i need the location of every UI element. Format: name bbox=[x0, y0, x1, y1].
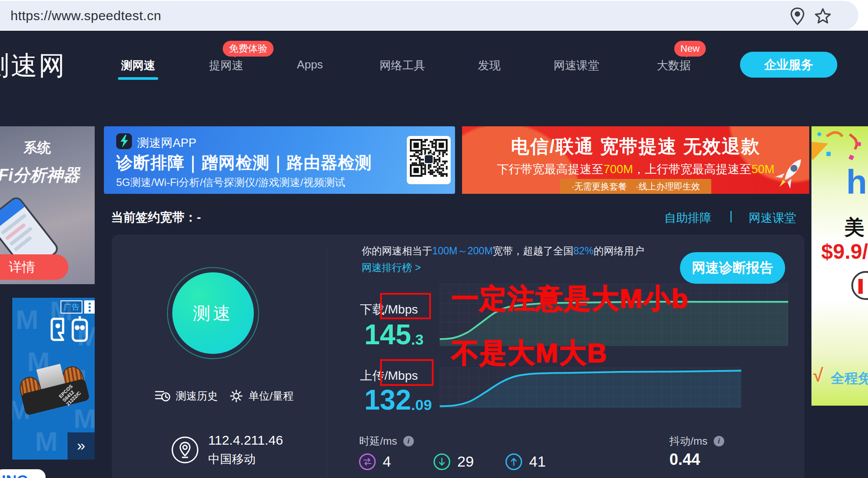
down-arrow-icon bbox=[434, 453, 450, 470]
annotation-text-line2: 不是大M大B bbox=[452, 335, 608, 371]
ad-badge-circle bbox=[851, 271, 868, 300]
nav-tab-bigdata[interactable]: 大数据 bbox=[655, 58, 692, 73]
history-icon bbox=[155, 389, 171, 403]
annotation-text-line1: 一定注意是大M小b bbox=[452, 280, 689, 317]
location-permission-icon[interactable] bbox=[788, 7, 807, 29]
speed-ranking-link[interactable]: 网速排行榜 > bbox=[362, 261, 421, 275]
nav-tab-discover[interactable]: 发现 bbox=[477, 58, 502, 73]
annotation-box-upload-unit bbox=[380, 359, 434, 386]
nav-tab-classroom[interactable]: 网速课堂 bbox=[551, 58, 601, 73]
promo-title: 电信/联通 宽带提速 无效退款 bbox=[462, 134, 809, 159]
app-features: 诊断排障｜蹭网检测｜路由器检测 bbox=[116, 152, 372, 174]
ip-address: 112.4.211.46 bbox=[208, 433, 283, 448]
new-badge: New bbox=[674, 41, 706, 57]
ad-text-line2: Fi分析神器 bbox=[0, 164, 80, 186]
upload-speed-chart bbox=[440, 367, 741, 408]
jitter-label: 抖动/ms i bbox=[669, 434, 724, 448]
free-trial-badge: 免费体验 bbox=[223, 41, 274, 57]
check-icon: √ bbox=[813, 365, 823, 386]
download-value: 145.3 bbox=[364, 321, 423, 349]
speed-classroom-link[interactable]: 网速课堂 bbox=[749, 210, 796, 226]
ad-price: $9.9/ bbox=[821, 239, 868, 264]
latency-bidirectional: 4 bbox=[359, 453, 391, 470]
current-broadband-label: 当前签约宽带：- bbox=[111, 209, 201, 226]
ad-text-line1: 系统 bbox=[24, 139, 51, 157]
nav-tab-speedtest[interactable]: 测网速 bbox=[118, 58, 158, 73]
speed-summary: 你的网速相当于100M～200M宽带，超越了全国82%的网络用户 bbox=[362, 244, 644, 258]
latency-label: 时延/ms i bbox=[359, 434, 414, 448]
right-sidebar-ad[interactable]: h 美 $9.9/ √ 全程免 bbox=[811, 126, 868, 406]
latency-info-icon[interactable]: i bbox=[403, 436, 414, 446]
speedtest-page: https://www.speedtest.cn 测速网 测网速 提网速 免费体… bbox=[0, 0, 868, 478]
up-arrow-icon bbox=[505, 453, 522, 470]
partial-logo-card: ING bbox=[0, 469, 46, 478]
upload-value: 132.09 bbox=[364, 386, 432, 414]
nav-tab-network-tools[interactable]: 网络工具 bbox=[378, 58, 427, 73]
start-test-button[interactable]: 测速 bbox=[172, 272, 254, 354]
wifi-analyzer-ad[interactable]: 系统 Fi分析神器 详情 bbox=[0, 126, 95, 284]
nav-tab-boost[interactable]: 提网速 bbox=[207, 58, 245, 73]
jitter-value: 0.44 bbox=[669, 450, 700, 469]
nav-tab-apps[interactable]: Apps bbox=[296, 58, 324, 71]
app-logo-icon bbox=[116, 133, 132, 149]
latency-download: 29 bbox=[434, 453, 474, 470]
app-download-banner[interactable]: 测速网APP 诊断排障｜蹭网检测｜路由器检测 5G测速/Wi-Fi分析/信号探测… bbox=[104, 126, 455, 194]
location-pin-icon bbox=[171, 435, 199, 466]
broadband-promo-banner[interactable]: 电信/联通 宽带提速 无效退款 下行带宽最高提速至700M，上行带宽最高提速至5… bbox=[462, 126, 809, 194]
component-ad[interactable]: MMMMMMMMM 广告 EPCOSS6412 21222/C » bbox=[12, 298, 95, 460]
unit-range-button[interactable]: 单位/量程 bbox=[229, 389, 294, 403]
jitter-info-icon[interactable]: i bbox=[714, 436, 724, 446]
isp-name: 中国移动 bbox=[208, 451, 256, 467]
ad-detail-button[interactable]: 详情 bbox=[0, 254, 68, 280]
robot-icon bbox=[50, 315, 90, 346]
app-sub-features: 5G测速/Wi-Fi分析/信号探测仪/游戏测速/视频测试 bbox=[116, 175, 345, 189]
annotation-box-download-unit bbox=[380, 293, 431, 319]
bookmark-star-icon[interactable] bbox=[814, 7, 832, 27]
active-tab-underline bbox=[118, 77, 158, 80]
gear-icon bbox=[229, 389, 243, 403]
ad-brand-letter: h bbox=[846, 162, 867, 202]
app-name: 测速网APP bbox=[137, 135, 196, 151]
promo-note: ·无需更换套餐 ·线上办理即生效 bbox=[560, 179, 711, 194]
ad-footer-text: 全程免 bbox=[831, 369, 868, 388]
test-history-button[interactable]: 测速历史 bbox=[155, 389, 218, 403]
ad-menu-icon[interactable] bbox=[84, 300, 95, 314]
link-separator: | bbox=[729, 209, 733, 223]
url-text[interactable]: https://www.speedtest.cn bbox=[11, 8, 161, 23]
ad-next-arrow[interactable]: » bbox=[68, 432, 95, 460]
qr-code bbox=[407, 136, 451, 184]
site-logo[interactable]: 测速网 bbox=[0, 48, 66, 84]
promo-subtitle: 下行带宽最高提速至700M，上行带宽最高提速至50M bbox=[462, 161, 809, 177]
speed-test-card: 测速 测速历史 单位/量程 112.4.211.46 中国移动 bbox=[112, 235, 804, 478]
enterprise-service-button[interactable]: 企业服务 bbox=[740, 52, 837, 78]
omnibox[interactable]: https://www.speedtest.cn bbox=[0, 1, 858, 30]
diagnosis-report-button[interactable]: 网速诊断报告 bbox=[680, 252, 785, 284]
ad-word: 美 bbox=[844, 214, 864, 241]
latency-upload: 41 bbox=[505, 453, 546, 470]
bidirectional-arrows-icon bbox=[359, 453, 376, 470]
ad-label-badge: 广告 bbox=[60, 300, 82, 314]
card-divider bbox=[327, 248, 327, 478]
self-troubleshoot-link[interactable]: 自助排障 bbox=[664, 210, 711, 226]
browser-url-bar: https://www.speedtest.cn bbox=[0, 0, 868, 31]
